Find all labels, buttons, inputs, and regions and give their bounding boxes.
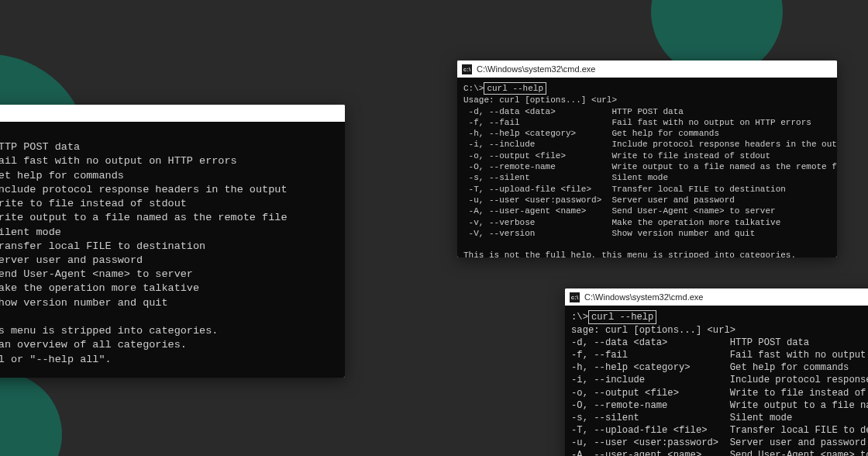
option-row: Write to file instead of stdout <box>0 197 339 211</box>
footer-line: elp, this menu is stripped into categori… <box>0 324 339 338</box>
usage-line: sage: curl [options...] <url> <box>571 324 868 337</box>
option-desc: Fail fast with no output on HTTP errors <box>0 155 237 167</box>
option-flag: -V, --version <box>463 228 611 239</box>
option-desc: HTTP POST data <box>0 141 80 153</box>
option-desc: Transfer local FILE to destination <box>611 185 785 194</box>
titlebar[interactable]: c:\ C:\Windows\system32\cmd.exe <box>457 60 837 78</box>
window-title: C:\Windows\system32\cmd.exe <box>477 64 595 74</box>
option-desc: Send User-Agent <name> to server <box>0 268 193 280</box>
option-flag: -A, --user-agent <name> <box>571 449 730 456</box>
titlebar[interactable]: c:\ C:\Windows\system32\cmd.exe <box>565 288 868 306</box>
option-row: ile> Transfer local FILE to destination <box>0 240 339 254</box>
option-desc: Write output to a file na <box>730 400 868 411</box>
option-desc: Write output to a file named as the remo… <box>611 162 837 171</box>
cmd-icon: c:\ <box>462 64 472 74</box>
usage-line: .] <url> <box>0 126 339 140</box>
option-desc: Silent mode <box>611 173 668 182</box>
cmd-window-middle: c:\ C:\Windows\system32\cmd.exe C:\>curl… <box>457 60 837 257</box>
option-desc: HTTP POST data <box>611 107 683 116</box>
option-row: Fail fast with no output on HTTP errors <box>0 154 339 168</box>
option-row: -f, --fail Fail fast with no output <box>571 349 868 361</box>
option-row: -T, --upload-file <file> Transfer local … <box>463 184 831 195</box>
titlebar[interactable]: c:\ d.exe <box>0 105 345 122</box>
option-flag: -i, --include <box>463 139 611 150</box>
option-desc: Include protocol response headers in the… <box>0 184 287 195</box>
option-row: -u, --user <user:password> Server user a… <box>463 195 831 206</box>
footer-line: This is not the full help, this menu is … <box>463 250 831 257</box>
decorative-circle <box>0 372 62 456</box>
footer-line: to get an overview of all categories. <box>0 338 339 352</box>
cmd-icon: c:\ <box>570 292 580 302</box>
terminal-body-right[interactable]: :\>curl --helpsage: curl [options...] <u… <box>565 306 868 456</box>
option-flag: -o, --output <file> <box>571 387 730 399</box>
option-row: -O, --remote-name Write output to a file… <box>463 161 831 172</box>
option-desc: Get help for commands <box>611 129 719 138</box>
option-row: -o, --output <file> Write to file instea… <box>463 150 831 161</box>
option-row: sword> Server user and password <box>0 254 339 268</box>
option-desc: Include protocol response headers in the… <box>611 140 837 149</box>
option-desc: Write output to a file named as the remo… <box>0 212 287 223</box>
option-row: -s, --silent Silent mode <box>571 412 868 424</box>
option-row: Make the operation more talkative <box>0 282 339 295</box>
option-desc: Write to file instead of stdout <box>611 151 770 161</box>
option-flag: -A, --user-agent <name> <box>463 206 611 216</box>
option-flag: -v, --verbose <box>463 217 611 228</box>
option-desc: Server user and password <box>611 195 734 205</box>
option-flag: -O, --remote-name <box>463 161 611 172</box>
option-flag: -f, --fail <box>463 117 611 128</box>
option-flag: -s, --silent <box>463 172 611 183</box>
option-row: Silent mode <box>0 226 339 240</box>
option-row: -f, --fail Fail fast with no output on H… <box>463 117 831 128</box>
option-desc: Fail fast with no output <box>730 350 866 361</box>
option-flag: -u, --user <user:password> <box>571 437 730 449</box>
option-flag: -u, --user <user:password> <box>463 195 611 206</box>
command-text: curl --help <box>588 310 656 324</box>
option-desc: Show version number and quit <box>611 229 755 238</box>
option-desc: Server user and password <box>0 254 143 266</box>
terminal-body-left[interactable]: .] <url> HTTP POST data Fail fast with n… <box>0 122 345 378</box>
option-desc: Send User-Agent <name> to <box>730 450 868 456</box>
option-row: -d, --data <data> HTTP POST data <box>571 337 868 349</box>
option-flag: -s, --silent <box>571 412 730 424</box>
option-desc: Get help for commands <box>0 170 124 181</box>
option-desc: Make the operation more talkative <box>0 282 199 294</box>
cmd-window-left: c:\ d.exe .] <url> HTTP POST data Fail f… <box>0 105 345 378</box>
option-row: -T, --upload-file <file> Transfer local … <box>571 424 868 437</box>
option-row: -o, --output <file> Write to file instea… <box>571 387 868 399</box>
option-row: -A, --user-agent <name> Send User-Agent … <box>571 449 868 456</box>
option-desc: Write to file instead of stdout <box>0 198 187 209</box>
option-desc: Server user and password <box>730 437 866 448</box>
option-flag: -d, --data <data> <box>571 337 730 349</box>
option-flag: -i, --include <box>571 374 730 386</box>
option-row: -u, --user <user:password> Server user a… <box>571 437 868 449</box>
footer-line: he manual or "--help all". <box>0 353 339 367</box>
option-row: Include protocol response headers in the… <box>0 183 339 197</box>
option-flag: -O, --remote-name <box>571 399 730 412</box>
option-row: -V, --version Show version number and qu… <box>463 228 831 239</box>
option-desc: Include protocol response <box>730 375 868 385</box>
option-desc: Write to file instead of <box>730 388 868 399</box>
option-row: Show version number and quit <box>0 296 339 310</box>
option-row: > Get help for commands <box>0 169 339 183</box>
window-title: C:\Windows\system32\cmd.exe <box>584 292 703 302</box>
prompt-line: C:\>curl --help <box>463 82 831 95</box>
option-desc: Silent mode <box>0 226 61 238</box>
terminal-body-middle[interactable]: C:\>curl --helpUsage: curl [options...] … <box>457 78 837 257</box>
option-row: -h, --help <category> Get help for comma… <box>463 128 831 139</box>
option-row: -i, --include Include protocol response … <box>463 139 831 150</box>
option-flag: -T, --upload-file <file> <box>463 184 611 195</box>
option-row: -s, --silent Silent mode <box>463 172 831 183</box>
option-desc: Fail fast with no output on HTTP errors <box>611 118 811 127</box>
option-row: -O, --remote-name Write output to a file… <box>571 399 868 412</box>
option-desc: Make the operation more talkative <box>611 218 780 227</box>
option-row: -v, --verbose Make the operation more ta… <box>463 217 831 228</box>
option-row: -A, --user-agent <name> Send User-Agent … <box>463 206 831 216</box>
option-desc: HTTP POST data <box>730 337 809 348</box>
prompt-line: :\>curl --help <box>571 310 868 324</box>
option-desc: Transfer local FILE to de <box>730 425 868 436</box>
option-row: HTTP POST data <box>0 140 339 154</box>
option-row: -i, --include Include protocol response <box>571 374 868 386</box>
option-desc: Send User-Agent <name> to server <box>611 206 775 216</box>
option-flag: -h, --help <category> <box>463 128 611 139</box>
option-flag: -T, --upload-file <file> <box>571 424 730 437</box>
